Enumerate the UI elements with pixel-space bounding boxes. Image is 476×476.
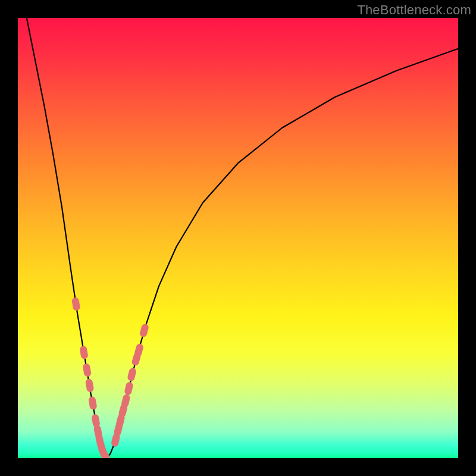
svg-rect-16 [124,381,134,396]
chart-svg [18,18,458,458]
curve [27,18,458,458]
markers-left [71,297,111,458]
markers-right [111,323,149,447]
chart-frame: TheBottleneck.com [0,0,476,476]
svg-rect-1 [79,346,88,360]
svg-rect-2 [82,363,92,377]
svg-rect-3 [85,378,95,393]
svg-rect-17 [127,367,137,381]
watermark-text: TheBottleneck.com [357,2,471,18]
svg-rect-15 [121,394,131,408]
svg-rect-4 [88,396,98,411]
plot-area [18,18,458,458]
svg-rect-0 [71,297,80,311]
svg-rect-20 [139,323,149,337]
